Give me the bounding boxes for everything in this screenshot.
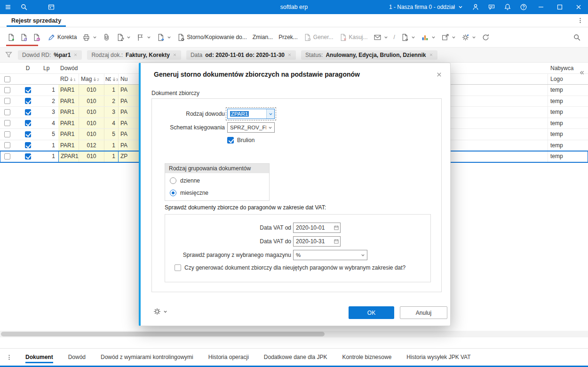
tab-kontrole-biznesowe[interactable]: Kontrole biznesowe: [342, 349, 392, 365]
maximize-button[interactable]: [550, 0, 569, 14]
tab-rejestr-sprzedazy[interactable]: Rejestr sprzedaży: [7, 14, 66, 27]
column-header-mag[interactable]: Mag2: [79, 74, 104, 84]
generate-missing-checkbox[interactable]: [175, 264, 181, 271]
tab-dodatkowe-dane-jpk[interactable]: Dodatkowe dane dla JPK: [264, 349, 327, 365]
document-edit-export-button[interactable]: [114, 32, 133, 43]
row-select-checkbox[interactable]: [4, 153, 10, 160]
ok-button[interactable]: OK: [349, 306, 394, 319]
row-d-checkbox[interactable]: [25, 98, 31, 104]
filter-chip-status[interactable]: Status: Anulowany, Edycja, Brulion, Dzie…: [301, 50, 437, 60]
column-header-nu[interactable]: Nu: [119, 76, 139, 82]
new-document-button[interactable]: [5, 32, 17, 43]
radio-miesieczne[interactable]: [170, 190, 176, 196]
attachments-button[interactable]: [100, 32, 113, 43]
radio-dzienne-row[interactable]: dzienne: [170, 177, 264, 184]
select-all-checkbox[interactable]: [4, 76, 10, 82]
app-icon[interactable]: [43, 0, 59, 14]
row-select-checkbox[interactable]: [4, 98, 10, 104]
preview-document-button[interactable]: [30, 32, 43, 43]
row-select-checkbox[interactable]: [4, 109, 10, 115]
tab-overflow-menu-button[interactable]: [572, 14, 588, 27]
kasuj-label: Kasuj...: [349, 34, 368, 40]
hamburger-menu-button[interactable]: [0, 0, 16, 14]
duplicate-document-button[interactable]: [17, 32, 30, 43]
calendar-icon[interactable]: [332, 239, 340, 244]
generate-missing-checkbox-row[interactable]: Czy generować dokument zbiorczy dla nieu…: [175, 264, 405, 271]
dialog-settings-button[interactable]: [153, 307, 167, 316]
radio-dzienne[interactable]: [170, 177, 176, 184]
tab-dowod[interactable]: Dowód: [68, 349, 86, 365]
magazyn-combo[interactable]: %: [293, 250, 367, 260]
export-window-button[interactable]: [439, 32, 458, 43]
copy-document-to-button[interactable]: [154, 32, 174, 43]
filter-chip-rodzaj-dok[interactable]: Rodzaj dok.: Faktury, Korekty: [87, 50, 181, 60]
envelope-icon: [373, 33, 381, 41]
column-header-rd[interactable]: RD1: [58, 74, 79, 84]
settings-button[interactable]: [459, 32, 478, 43]
sort-indicator-icon: 3: [112, 77, 118, 82]
rodzaj-dowodu-combo[interactable]: ZPAR1: [227, 109, 275, 119]
remove-filter-icon[interactable]: [429, 53, 433, 57]
collapse-panel-button[interactable]: [579, 68, 587, 77]
data-vat-od-input[interactable]: 2020-10-01: [293, 223, 341, 233]
user-profile-button[interactable]: [468, 0, 484, 14]
row-d-checkbox[interactable]: [25, 131, 31, 137]
przeksiegowanie-button[interactable]: Przek...: [276, 32, 300, 42]
notifications-button[interactable]: [500, 0, 516, 14]
scrollbar-thumb[interactable]: [1, 332, 325, 336]
close-window-button[interactable]: [569, 0, 588, 14]
minimize-button[interactable]: [532, 0, 550, 14]
analysis-chart-button[interactable]: [419, 32, 438, 43]
tab-dowod-z-wymiarami[interactable]: Dowód z wymiarami kontrolingowymi: [101, 349, 193, 365]
refresh-button[interactable]: [479, 32, 492, 43]
tab-historia-wysylek-jpk[interactable]: Historia wysyłek JPK VAT: [406, 349, 470, 365]
filter-chip-data[interactable]: Data od: 2020-11-01 do: 2020-11-30: [186, 50, 296, 60]
cell-logo: temp: [548, 109, 582, 115]
row-select-checkbox[interactable]: [4, 142, 10, 148]
tab-dokument[interactable]: Dokument: [25, 349, 53, 365]
storno-copy-button[interactable]: Storno/Kopiowanie do...: [175, 32, 249, 43]
send-document-button[interactable]: [398, 32, 418, 43]
flag-button[interactable]: [134, 32, 153, 43]
remove-filter-icon[interactable]: [73, 53, 78, 57]
schemat-ksiegowania-combo[interactable]: SPRZ_ROV_FK: [227, 122, 275, 133]
row-d-checkbox[interactable]: [25, 120, 31, 126]
messages-button[interactable]: [484, 0, 500, 14]
chevron-down-icon[interactable]: [359, 250, 367, 260]
filter-chip-dowod-rd[interactable]: Dowód RD: %par1: [18, 50, 82, 60]
bottom-tabs-menu-button[interactable]: [0, 354, 18, 361]
tab-historia-operacji[interactable]: Historia operacji: [208, 349, 249, 365]
row-select-checkbox[interactable]: [4, 120, 10, 126]
column-header-logo[interactable]: Logo: [548, 76, 582, 82]
search-records-button[interactable]: [571, 32, 583, 43]
email-button[interactable]: [371, 32, 390, 43]
calendar-icon[interactable]: [332, 225, 340, 231]
chevron-down-icon[interactable]: [266, 109, 274, 119]
row-d-checkbox[interactable]: [25, 142, 31, 148]
brulion-checkbox[interactable]: [227, 137, 234, 144]
row-select-checkbox[interactable]: [4, 87, 10, 93]
column-header-nd[interactable]: ND3: [104, 74, 119, 84]
korekta-button[interactable]: Korekta: [45, 32, 79, 43]
help-button[interactable]: [516, 0, 532, 14]
row-select-checkbox[interactable]: [4, 131, 10, 137]
row-d-checkbox[interactable]: [25, 87, 31, 93]
company-selector[interactable]: 1 - Nasza firma 0 - oddział: [384, 4, 468, 10]
radio-miesieczne-row[interactable]: miesięczne: [170, 190, 264, 196]
cell-nu: PA: [119, 85, 139, 96]
remove-filter-icon[interactable]: [287, 53, 292, 57]
global-search-button[interactable]: [16, 0, 32, 14]
dialog-close-button[interactable]: [433, 69, 445, 80]
print-button[interactable]: [80, 32, 99, 43]
chevron-down-icon[interactable]: [266, 123, 274, 132]
horizontal-scrollbar[interactable]: [0, 331, 588, 337]
column-header-d[interactable]: D: [14, 65, 41, 72]
row-d-checkbox[interactable]: [25, 153, 31, 160]
column-header-lp[interactable]: Lp: [41, 65, 58, 72]
remove-filter-icon[interactable]: [173, 53, 177, 57]
brulion-checkbox-row[interactable]: Brulion: [227, 137, 254, 144]
row-d-checkbox[interactable]: [25, 109, 31, 115]
cancel-button[interactable]: Anuluj: [400, 306, 447, 319]
data-vat-do-input[interactable]: 2020-10-31: [293, 236, 341, 247]
zmiana-button[interactable]: Zmian...: [250, 32, 275, 42]
